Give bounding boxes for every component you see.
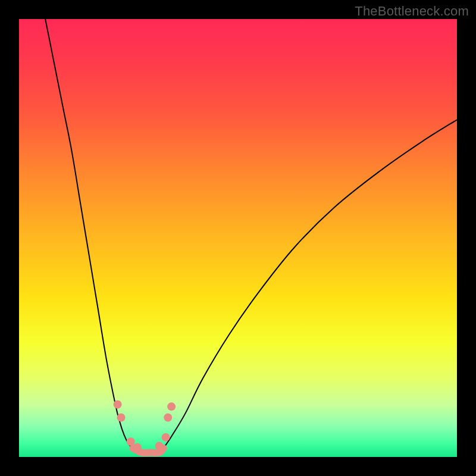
marker-dot [155, 442, 164, 450]
curve-layer [19, 19, 457, 457]
marker-dot [167, 402, 176, 411]
curve-left-branch [45, 19, 133, 448]
watermark-text: TheBottleneck.com [355, 4, 469, 19]
marker-dot [127, 437, 135, 446]
curve-right-branch [164, 120, 457, 448]
marker-dot [117, 414, 125, 422]
marker-dot [164, 414, 172, 422]
marker-dot [133, 443, 142, 452]
plot-area [19, 19, 457, 457]
marker-dot [162, 433, 170, 441]
chart-frame: TheBottleneck.com [0, 0, 476, 476]
marker-dot [114, 400, 122, 409]
